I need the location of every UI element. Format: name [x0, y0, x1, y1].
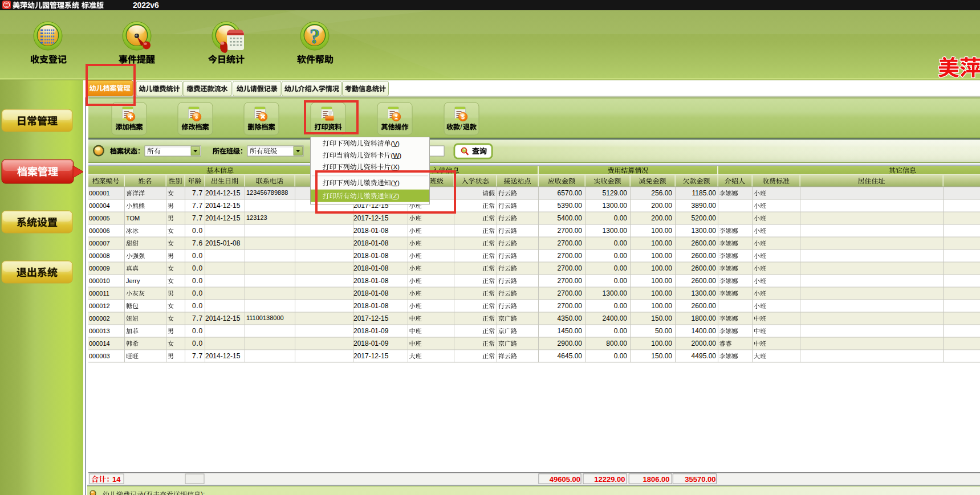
svg-text:2022v6: 2022v6 — [133, 1, 159, 10]
svg-text:1450.00: 1450.00 — [558, 327, 583, 335]
svg-text:100.00: 100.00 — [651, 339, 672, 347]
svg-text:1300.00: 1300.00 — [603, 289, 628, 297]
svg-text:(X): (X) — [391, 163, 400, 170]
svg-text:2014-12-15: 2014-12-15 — [205, 214, 241, 222]
svg-text:2700.00: 2700.00 — [558, 252, 583, 260]
svg-text:000010: 000010 — [89, 277, 110, 284]
svg-text:0.00: 0.00 — [614, 302, 628, 310]
svg-text:2018-01-08: 2018-01-08 — [353, 227, 389, 235]
svg-text:7.7: 7.7 — [192, 189, 203, 197]
svg-text:4645.00: 4645.00 — [558, 352, 583, 360]
svg-text:2700.00: 2700.00 — [558, 289, 583, 297]
svg-text:0.0: 0.0 — [192, 302, 203, 310]
svg-text:50.00: 50.00 — [655, 327, 672, 335]
svg-text:35570.00: 35570.00 — [685, 475, 715, 484]
svg-text:2014-12-15: 2014-12-15 — [205, 189, 241, 197]
svg-text:1300.00: 1300.00 — [692, 289, 717, 297]
svg-text:2700.00: 2700.00 — [558, 277, 583, 285]
svg-text:e: e — [196, 113, 198, 120]
svg-text:2600.00: 2600.00 — [692, 302, 717, 310]
svg-text:000002: 000002 — [89, 315, 110, 322]
svg-text:150.00: 150.00 — [651, 314, 672, 322]
svg-text:2600.00: 2600.00 — [692, 252, 717, 260]
svg-text:0.00: 0.00 — [614, 277, 628, 285]
svg-text:14: 14 — [112, 475, 121, 484]
svg-text:7.7: 7.7 — [192, 352, 203, 360]
svg-text:000011: 000011 — [89, 290, 109, 297]
svg-text:2018-01-08: 2018-01-08 — [353, 264, 389, 272]
svg-text:800.00: 800.00 — [606, 339, 627, 347]
svg-text:200.00: 200.00 — [651, 214, 672, 222]
svg-text:123456789888: 123456789888 — [246, 189, 288, 196]
svg-text:100.00: 100.00 — [651, 239, 672, 247]
svg-text:000012: 000012 — [89, 302, 110, 309]
svg-text:0.00: 0.00 — [614, 352, 628, 360]
svg-text:0.0: 0.0 — [192, 252, 203, 260]
svg-text:2600.00: 2600.00 — [692, 264, 717, 272]
svg-text:2700.00: 2700.00 — [558, 227, 583, 235]
svg-text:200.00: 200.00 — [651, 202, 672, 210]
svg-text:12229.00: 12229.00 — [594, 475, 625, 484]
svg-text:100.00: 100.00 — [651, 252, 672, 260]
svg-text:1300.00: 1300.00 — [692, 227, 717, 235]
svg-text:2014-12-15: 2014-12-15 — [205, 314, 241, 322]
svg-text:0.00: 0.00 — [614, 239, 628, 247]
svg-text:100.00: 100.00 — [651, 227, 672, 235]
svg-text:2017-12-15: 2017-12-15 — [353, 352, 389, 360]
svg-text:2700.00: 2700.00 — [558, 264, 583, 272]
svg-text:150.00: 150.00 — [651, 352, 672, 360]
svg-text:Jerry: Jerry — [126, 277, 140, 284]
svg-text:2015-01-08: 2015-01-08 — [205, 239, 241, 247]
svg-text:0.0: 0.0 — [192, 227, 203, 235]
svg-text:2400.00: 2400.00 — [603, 314, 628, 322]
svg-text:(: ( — [144, 490, 146, 495]
svg-text:000014: 000014 — [89, 340, 110, 347]
svg-text:6570.00: 6570.00 — [558, 189, 583, 197]
svg-text:000008: 000008 — [89, 252, 110, 259]
svg-text:2017-12-15: 2017-12-15 — [353, 214, 389, 222]
svg-text:2600.00: 2600.00 — [692, 277, 717, 285]
svg-text:0.0: 0.0 — [192, 277, 203, 285]
svg-text:000009: 000009 — [89, 265, 110, 272]
svg-text:100.00: 100.00 — [651, 277, 672, 285]
svg-text:256.00: 256.00 — [651, 189, 672, 197]
svg-text:2018-01-09: 2018-01-09 — [353, 339, 389, 347]
svg-text:$: $ — [461, 113, 465, 120]
svg-text:2700.00: 2700.00 — [558, 239, 583, 247]
svg-text:1185.00: 1185.00 — [692, 189, 717, 197]
svg-text:000005: 000005 — [89, 215, 110, 222]
svg-text:0.0: 0.0 — [192, 289, 203, 297]
svg-text:TOM: TOM — [126, 215, 140, 222]
svg-text:):: ): — [201, 490, 205, 495]
svg-text:(V): (V) — [391, 140, 400, 147]
svg-text:2014-12-15: 2014-12-15 — [205, 352, 241, 360]
svg-text:100.00: 100.00 — [651, 302, 672, 310]
svg-text:3890.00: 3890.00 — [692, 202, 717, 210]
svg-text:0.00: 0.00 — [614, 252, 628, 260]
svg-text:100.00: 100.00 — [651, 289, 672, 297]
svg-text:0.00: 0.00 — [614, 327, 628, 335]
svg-text:000001: 000001 — [89, 190, 110, 197]
svg-text:(W): (W) — [391, 152, 402, 159]
svg-text:100.00: 100.00 — [651, 264, 672, 272]
svg-text:7.7: 7.7 — [192, 214, 203, 222]
svg-text:5200.00: 5200.00 — [692, 214, 717, 222]
svg-text:1400.00: 1400.00 — [692, 327, 717, 335]
svg-text:000004: 000004 — [89, 202, 110, 209]
svg-text:2018-01-08: 2018-01-08 — [353, 277, 389, 285]
svg-text:11100138000: 11100138000 — [246, 314, 284, 321]
svg-text:0.0: 0.0 — [192, 339, 203, 347]
svg-text:1300.00: 1300.00 — [603, 227, 628, 235]
svg-text:0.0: 0.0 — [192, 327, 203, 335]
svg-text:123123: 123123 — [246, 214, 267, 221]
svg-text:49605.00: 49605.00 — [550, 475, 580, 484]
svg-text:2018-01-08: 2018-01-08 — [353, 252, 389, 260]
svg-text:0.00: 0.00 — [614, 214, 628, 222]
svg-text:2018-01-08: 2018-01-08 — [353, 289, 389, 297]
svg-text:1806.00: 1806.00 — [643, 475, 670, 484]
svg-text:2018-01-08: 2018-01-08 — [353, 302, 389, 310]
svg-text:7.6: 7.6 — [192, 239, 203, 247]
svg-text:0.0: 0.0 — [192, 264, 203, 272]
svg-text:4350.00: 4350.00 — [558, 314, 583, 322]
svg-text:2900.00: 2900.00 — [558, 339, 583, 347]
